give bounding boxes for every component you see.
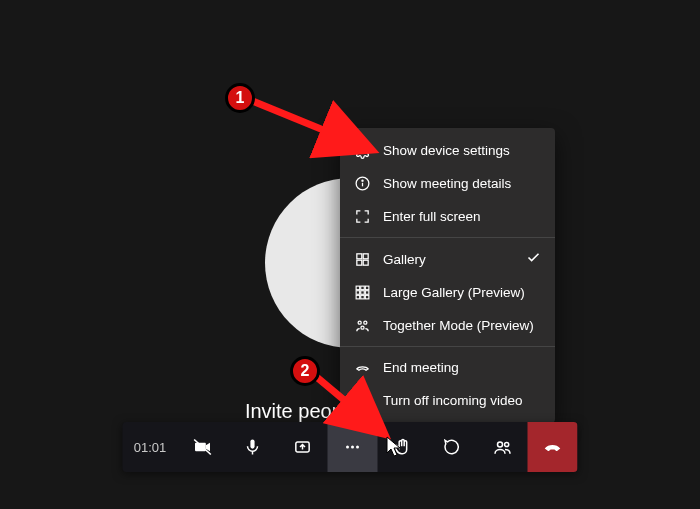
together-mode-icon	[354, 317, 371, 334]
svg-rect-14	[356, 295, 360, 299]
gear-icon	[354, 142, 371, 159]
svg-rect-9	[361, 286, 365, 290]
menu-item-label: Together Mode (Preview)	[383, 318, 541, 333]
menu-item-label: Show device settings	[383, 143, 541, 158]
svg-rect-8	[356, 286, 360, 290]
svg-rect-4	[357, 253, 362, 258]
meeting-toolbar: 01:01	[123, 422, 578, 472]
menu-separator	[340, 346, 555, 347]
svg-rect-10	[365, 286, 369, 290]
svg-point-26	[346, 446, 349, 449]
svg-rect-6	[357, 260, 362, 265]
svg-point-17	[358, 321, 361, 324]
menu-together-mode[interactable]: Together Mode (Preview)	[340, 309, 555, 342]
menu-item-label: Gallery	[383, 252, 514, 267]
more-actions-menu: Show device settings Show meeting detail…	[340, 128, 555, 423]
fullscreen-icon	[354, 208, 371, 225]
svg-point-29	[498, 442, 503, 447]
mic-button[interactable]	[228, 422, 278, 472]
menu-item-label: Turn off incoming video	[383, 393, 541, 408]
info-icon	[354, 175, 371, 192]
video-off-icon	[354, 392, 371, 409]
svg-point-28	[356, 446, 359, 449]
end-meeting-icon	[354, 359, 371, 376]
check-icon	[526, 250, 541, 268]
raise-hand-button[interactable]	[378, 422, 428, 472]
svg-point-19	[361, 326, 364, 329]
svg-point-0	[360, 148, 364, 152]
svg-point-27	[351, 446, 354, 449]
svg-rect-13	[365, 291, 369, 295]
svg-rect-23	[250, 440, 254, 449]
menu-separator	[340, 237, 555, 238]
menu-gallery[interactable]: Gallery	[340, 242, 555, 276]
menu-item-label: Large Gallery (Preview)	[383, 285, 541, 300]
menu-item-label: End meeting	[383, 360, 541, 375]
svg-line-21	[356, 394, 369, 407]
large-gallery-icon	[354, 284, 371, 301]
more-actions-button[interactable]	[328, 422, 378, 472]
annotation-badge-2: 2	[290, 356, 320, 386]
menu-enter-full-screen[interactable]: Enter full screen	[340, 200, 555, 233]
share-button[interactable]	[278, 422, 328, 472]
svg-point-30	[505, 442, 509, 446]
menu-large-gallery[interactable]: Large Gallery (Preview)	[340, 276, 555, 309]
camera-button[interactable]	[178, 422, 228, 472]
svg-rect-12	[361, 291, 365, 295]
svg-rect-16	[365, 295, 369, 299]
hang-up-button[interactable]	[528, 422, 578, 472]
call-timer: 01:01	[123, 422, 178, 472]
svg-rect-11	[356, 291, 360, 295]
menu-show-meeting-details[interactable]: Show meeting details	[340, 167, 555, 200]
participants-button[interactable]	[478, 422, 528, 472]
chat-button[interactable]	[428, 422, 478, 472]
gallery-icon	[354, 251, 371, 268]
menu-turn-off-incoming-video[interactable]: Turn off incoming video	[340, 384, 555, 417]
menu-item-label: Enter full screen	[383, 209, 541, 224]
menu-show-device-settings[interactable]: Show device settings	[340, 134, 555, 167]
svg-point-3	[362, 180, 363, 181]
menu-item-label: Show meeting details	[383, 176, 541, 191]
annotation-badge-1: 1	[225, 83, 255, 113]
svg-rect-15	[361, 295, 365, 299]
menu-end-meeting[interactable]: End meeting	[340, 351, 555, 384]
svg-rect-5	[363, 253, 368, 258]
svg-rect-7	[363, 260, 368, 265]
svg-point-18	[364, 321, 367, 324]
